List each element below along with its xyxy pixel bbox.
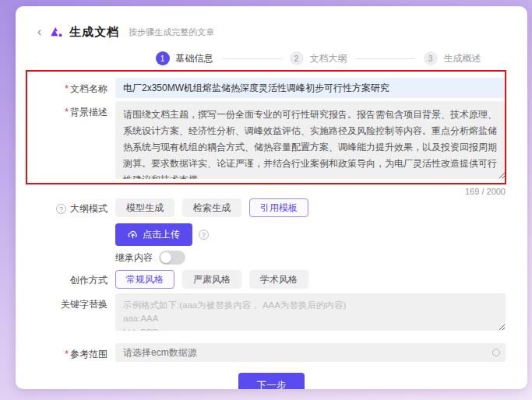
inherit-label: 继承内容 bbox=[115, 251, 153, 265]
reference-select-input[interactable] bbox=[115, 343, 506, 362]
inherit-toggle[interactable] bbox=[159, 251, 185, 265]
outline-mode-row: ? 大纲模式 模型生成 检索生成 引用模板 bbox=[16, 198, 527, 217]
outline-mode-model-chip[interactable]: 模型生成 bbox=[115, 198, 174, 217]
style-label: 创作方式 bbox=[22, 269, 115, 287]
outline-mode-retrieval-chip[interactable]: 检索生成 bbox=[182, 198, 241, 217]
background-textarea[interactable]: 请围绕文档主题，撰写一份全面专业的可行性研究报告。报告需包含项目背景、技术原理、… bbox=[115, 101, 506, 179]
upload-help-icon[interactable]: ? bbox=[199, 230, 209, 240]
style-academic-chip[interactable]: 学术风格 bbox=[249, 270, 308, 289]
style-row: 创作方式 常规风格 严肃风格 学术风格 bbox=[16, 269, 527, 289]
page-subtitle: 按步骤生成完整的文章 bbox=[129, 26, 214, 38]
inherit-row: 继承内容 bbox=[16, 251, 527, 265]
doc-name-input[interactable] bbox=[115, 78, 506, 98]
keyword-row: 关键字替换 bbox=[16, 293, 527, 334]
required-mark: * bbox=[65, 349, 69, 360]
app-logo-icon bbox=[49, 25, 63, 39]
outline-mode-label: ? 大纲模式 bbox=[22, 198, 115, 216]
next-step-button[interactable]: 下一步 bbox=[238, 373, 305, 389]
step-2-dot: 2 bbox=[290, 51, 304, 65]
header: ‹ 生成文档 按步骤生成完整的文章 bbox=[36, 23, 527, 40]
char-counter: 169 / 2000 bbox=[16, 185, 527, 196]
keyword-textarea[interactable] bbox=[115, 293, 506, 331]
stepper-connector bbox=[221, 58, 282, 59]
step-2-label: 文档大纲 bbox=[310, 52, 347, 65]
step-doc-outline: 2 文档大纲 bbox=[290, 51, 347, 65]
style-regular-chip[interactable]: 常规风格 bbox=[115, 270, 174, 289]
reference-picker-icon[interactable] bbox=[492, 349, 500, 356]
step-1-dot: 1 bbox=[156, 51, 170, 65]
outline-mode-template-chip[interactable]: 引用模板 bbox=[249, 198, 308, 217]
required-mark: * bbox=[65, 83, 69, 94]
basic-info-form: *文档名称 *背景描述 请围绕文档主题，撰写一份全面专业的可行性研究报告。报告需… bbox=[16, 78, 527, 389]
upload-button-label: 点击上传 bbox=[143, 228, 180, 241]
reference-label: *参考范围 bbox=[22, 343, 115, 361]
step-1-label: 基础信息 bbox=[176, 52, 213, 65]
reference-row: *参考范围 bbox=[16, 343, 527, 362]
doc-name-row: *文档名称 bbox=[16, 78, 527, 98]
doc-name-label: *文档名称 bbox=[22, 78, 115, 96]
stepper-connector bbox=[355, 58, 416, 59]
upload-icon bbox=[128, 230, 138, 240]
step-generate-summary: 3 生成概述 bbox=[424, 51, 481, 65]
step-3-label: 生成概述 bbox=[444, 52, 481, 65]
background-label: *背景描述 bbox=[22, 101, 115, 119]
help-icon[interactable]: ? bbox=[56, 204, 66, 214]
toggle-knob bbox=[160, 252, 171, 263]
upload-row: 点击上传 ? bbox=[16, 223, 527, 246]
step-basic-info: 1 基础信息 bbox=[156, 51, 213, 65]
upload-button[interactable]: 点击上传 bbox=[115, 223, 192, 246]
required-mark: * bbox=[65, 107, 69, 118]
style-serious-chip[interactable]: 严肃风格 bbox=[182, 270, 241, 289]
step-3-dot: 3 bbox=[424, 51, 438, 65]
background-row: *背景描述 请围绕文档主题，撰写一份全面专业的可行性研究报告。报告需包含项目背景… bbox=[16, 101, 527, 182]
page-title: 生成文档 bbox=[69, 25, 119, 40]
stepper: 1 基础信息 2 文档大纲 3 生成概述 bbox=[16, 51, 527, 65]
keyword-label: 关键字替换 bbox=[22, 293, 115, 311]
back-chevron-icon[interactable]: ‹ bbox=[36, 26, 43, 38]
main-card: ‹ 生成文档 按步骤生成完整的文章 1 基础信息 2 文档大纲 3 生成概述 bbox=[16, 6, 527, 389]
